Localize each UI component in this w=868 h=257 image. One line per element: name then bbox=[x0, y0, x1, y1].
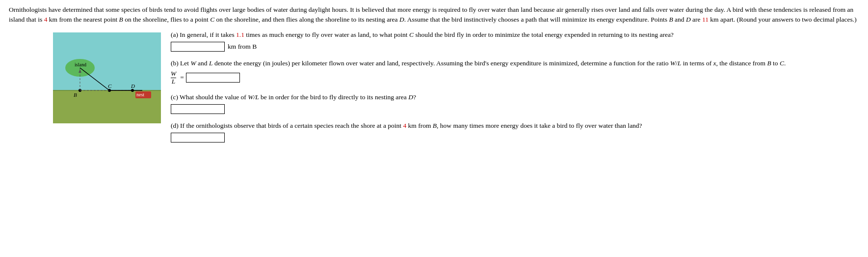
question-d-input[interactable] bbox=[171, 133, 225, 143]
fraction-numerator: W bbox=[171, 70, 176, 78]
question-c-text: (c) What should the value of W/L be in o… bbox=[171, 92, 859, 102]
diagram-container: island B C D nes bbox=[53, 32, 161, 150]
equals-sign: = bbox=[180, 74, 184, 82]
svg-text:D: D bbox=[131, 83, 135, 89]
diagram-svg: island B C D nes bbox=[53, 32, 161, 123]
question-a-input[interactable] bbox=[171, 42, 225, 52]
diagram: island B C D nes bbox=[53, 32, 161, 123]
svg-text:nest: nest bbox=[136, 92, 144, 97]
question-a-unit: km from B bbox=[228, 43, 257, 51]
value-4-d: 4 bbox=[403, 122, 406, 129]
question-c-block: (c) What should the value of W/L be in o… bbox=[171, 92, 859, 114]
intro-paragraph: Ornithologists have determined that some… bbox=[9, 5, 859, 25]
value-1-1: 1.1 bbox=[236, 31, 244, 38]
fraction-wl: W L bbox=[171, 70, 176, 86]
question-c-input-row bbox=[171, 104, 859, 114]
value-4km: 4 bbox=[44, 16, 48, 23]
question-b-text: (b) Let W and L denote the energy (in jo… bbox=[171, 58, 859, 68]
svg-text:B: B bbox=[74, 92, 77, 98]
question-d-text: (d) If the ornithologists observe that b… bbox=[171, 121, 859, 131]
svg-text:island: island bbox=[75, 62, 86, 67]
question-b-block: (b) Let W and L denote the energy (in jo… bbox=[171, 58, 859, 86]
fraction-denominator: L bbox=[172, 78, 176, 86]
questions-area: (a) In general, if it takes 1.1 times as… bbox=[171, 30, 859, 150]
question-b-fraction-row: W L = bbox=[171, 70, 859, 86]
question-b-input[interactable] bbox=[186, 73, 240, 83]
question-d-block: (d) If the ornithologists observe that b… bbox=[171, 121, 859, 143]
question-c-input[interactable] bbox=[171, 104, 225, 114]
question-a-block: (a) In general, if it takes 1.1 times as… bbox=[171, 30, 859, 52]
question-a-text: (a) In general, if it takes 1.1 times as… bbox=[171, 30, 859, 40]
question-d-input-row bbox=[171, 133, 859, 143]
svg-text:C: C bbox=[108, 83, 112, 89]
value-11km: 11 bbox=[702, 16, 709, 23]
question-a-input-row: km from B bbox=[171, 42, 859, 52]
